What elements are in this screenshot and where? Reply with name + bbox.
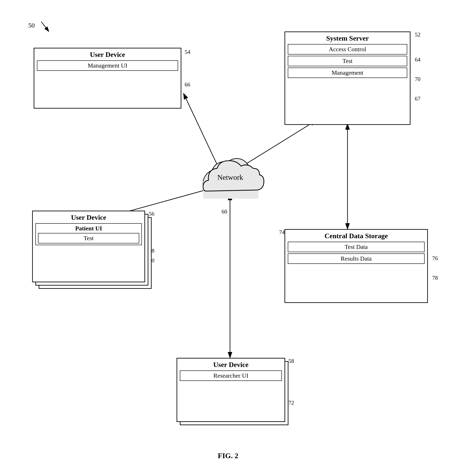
system-server-box: System Server Access Control Test Manage… <box>284 32 410 125</box>
ref-58: 58 <box>289 358 294 364</box>
central-data-storage-box: Central Data Storage Test Data Results D… <box>284 229 428 303</box>
user-device-patient-title: User Device <box>35 213 142 221</box>
ref-64: 64 <box>415 56 420 63</box>
user-device-researcher-box: User Device Researcher UI <box>177 358 285 422</box>
ref-52: 52 <box>415 32 420 38</box>
researcher-ui-inner: Researcher UI <box>180 370 282 381</box>
management-inner: Management <box>288 68 407 78</box>
system-server-title: System Server <box>288 34 407 42</box>
user-device-management-box: User Device Management UI <box>34 48 181 109</box>
central-data-storage-title: Central Data Storage <box>288 232 425 240</box>
svg-text:Network: Network <box>217 173 243 181</box>
test-inner-server: Test <box>288 56 407 66</box>
user-device-researcher-title: User Device <box>180 361 282 369</box>
ref-54: 54 <box>185 49 190 55</box>
test-data-inner: Test Data <box>288 242 425 252</box>
ref-78: 78 <box>432 275 438 281</box>
cloud-svg: Network <box>189 143 272 204</box>
svg-line-10 <box>41 22 49 32</box>
ref-56: 56 <box>149 211 154 217</box>
user-device-patient-box: User Device Patient UI Test <box>32 211 145 282</box>
test-inner-patient: Test <box>38 233 139 243</box>
ref-66: 66 <box>185 81 190 88</box>
network-cloud: Network <box>189 143 272 204</box>
ref50-arrow <box>28 19 54 37</box>
figure-label: FIG. 2 <box>185 452 272 460</box>
ref-72: 72 <box>289 400 294 406</box>
ref-70-server: 70 <box>415 76 420 83</box>
management-ui-inner: Management UI <box>37 60 178 71</box>
ref-60: 60 <box>221 208 227 215</box>
user-device-management-title: User Device <box>37 51 178 59</box>
ref-76: 76 <box>432 255 438 262</box>
diagram: 50 User Device Management UI 54 66 Syste… <box>0 0 460 476</box>
patient-ui-subtitle: Patient UI <box>38 225 139 232</box>
ref-74: 74 <box>279 229 285 236</box>
access-control-inner: Access Control <box>288 44 407 54</box>
results-data-inner: Results Data <box>288 253 425 264</box>
ref-67: 67 <box>415 95 420 102</box>
